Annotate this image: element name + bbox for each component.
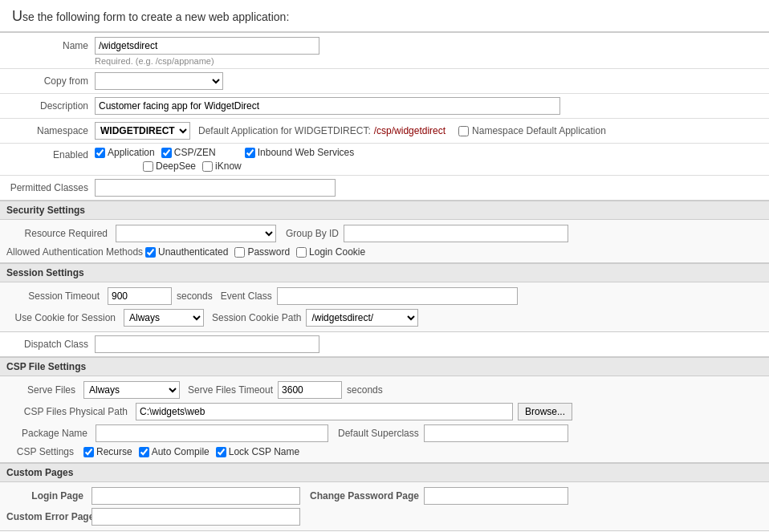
auto-compile-checkbox[interactable]: [139, 447, 149, 457]
dispatch-class-input[interactable]: [95, 335, 319, 353]
unauthenticated-label[interactable]: Unauthenticated: [145, 246, 228, 258]
copy-from-label: Copy from: [6, 75, 95, 87]
copy-from-select[interactable]: [95, 72, 223, 90]
session-settings-header: Session Settings: [0, 263, 769, 282]
resource-label: Resource Required: [6, 228, 111, 239]
lock-csp-checkbox[interactable]: [216, 447, 226, 457]
iknow-checkbox-label[interactable]: iKnow: [202, 160, 242, 172]
resource-row: Resource Required Group By ID: [6, 225, 763, 242]
security-settings-content: Resource Required Group By ID Allowed Au…: [0, 220, 769, 263]
permitted-classes-label: Permitted Classes: [6, 182, 95, 193]
csp-zen-checkbox[interactable]: [161, 148, 172, 158]
login-page-label: Login Page: [6, 490, 87, 502]
browse-button[interactable]: Browse...: [518, 403, 572, 420]
csp-file-settings-label: CSP File Settings: [6, 361, 86, 372]
resource-select[interactable]: [116, 225, 276, 242]
dispatch-class-label: Dispatch Class: [6, 339, 95, 350]
default-app-path: /csp/widgetdirect: [374, 125, 446, 136]
use-cookie-select[interactable]: Always: [124, 309, 204, 327]
custom-error-input[interactable]: [92, 508, 300, 526]
csp-zen-checkbox-label[interactable]: CSP/ZEN: [161, 147, 216, 158]
cookie-path-select[interactable]: /widgetsdirect/: [306, 309, 418, 327]
name-label: Name: [6, 37, 95, 51]
enabled-row2: DeepSee iKnow: [95, 160, 354, 172]
name-content: Required. (e.g. /csp/appname): [95, 37, 319, 66]
csp-seconds-label: seconds: [347, 384, 383, 396]
enabled-content: Application CSP/ZEN Inbound Web Services…: [95, 147, 354, 172]
name-input[interactable]: [95, 37, 319, 55]
csp-path-input[interactable]: [136, 403, 513, 420]
use-cookie-label: Use Cookie for Session: [6, 312, 119, 323]
change-password-input[interactable]: [424, 487, 568, 505]
permitted-classes-row: Permitted Classes: [0, 176, 769, 201]
permitted-classes-input[interactable]: [95, 179, 336, 197]
iknow-label: iKnow: [215, 160, 242, 172]
deepsee-label: DeepSee: [156, 160, 196, 172]
csp-settings-row: CSP Settings Recurse Auto Compile Lock C…: [6, 446, 763, 457]
ns-default-spacer: Namespace Default Application: [458, 125, 606, 136]
dispatch-class-row: Dispatch Class: [0, 332, 769, 357]
event-class-input[interactable]: [277, 287, 518, 305]
package-name-label: Package Name: [6, 428, 91, 439]
enabled-label: Enabled: [6, 147, 95, 160]
header-text: se the following form to create a new we…: [22, 10, 289, 23]
security-settings-header: Security Settings: [0, 201, 769, 220]
custom-pages-section: Custom Pages Login Page Change Password …: [0, 463, 769, 531]
session-settings-content: Session Timeout seconds Event Class Use …: [0, 282, 769, 332]
csp-file-settings-header: CSP File Settings: [0, 357, 769, 376]
iknow-checkbox[interactable]: [202, 161, 213, 172]
password-checkbox[interactable]: [234, 247, 245, 258]
recurse-label[interactable]: Recurse: [83, 446, 132, 457]
serve-files-select[interactable]: Always: [83, 381, 180, 399]
package-name-input[interactable]: [96, 424, 328, 442]
default-app-label: Default Application for WIDGETDIRECT:: [198, 125, 371, 136]
name-row: Name Required. (e.g. /csp/appname): [0, 33, 769, 69]
custom-pages-header: Custom Pages: [0, 463, 769, 482]
csp-path-label: CSP Files Physical Path: [6, 406, 131, 417]
inbound-checkbox-label[interactable]: Inbound Web Services: [245, 147, 355, 158]
unauthenticated-checkbox[interactable]: [145, 247, 156, 258]
csp-zen-label: CSP/ZEN: [174, 147, 216, 158]
login-page-input[interactable]: [92, 487, 300, 505]
auto-compile-label[interactable]: Auto Compile: [139, 446, 210, 457]
description-label: Description: [6, 100, 95, 112]
event-class-label: Event Class: [221, 290, 272, 302]
copy-from-row: Copy from: [0, 69, 769, 94]
group-by-id-input[interactable]: [344, 225, 568, 242]
page-header: Use the following form to create a new w…: [0, 0, 769, 33]
custom-pages-content: Login Page Change Password Page Custom E…: [0, 482, 769, 531]
recurse-checkbox[interactable]: [83, 447, 94, 457]
description-row: Description: [0, 94, 769, 119]
password-label[interactable]: Password: [234, 246, 290, 258]
serve-files-timeout-input[interactable]: [278, 381, 342, 399]
serve-files-timeout-label: Serve Files Timeout: [188, 384, 273, 396]
group-by-id-label: Group By ID: [286, 228, 339, 239]
application-checkbox-label[interactable]: Application: [95, 147, 155, 158]
ns-default-checkbox[interactable]: [458, 126, 469, 136]
namespace-row: Namespace WIDGETDIRECT Default Applicati…: [0, 119, 769, 144]
application-label: Application: [108, 147, 155, 158]
namespace-label: Namespace: [6, 125, 95, 136]
name-hint: Required. (e.g. /csp/appname): [95, 56, 319, 66]
auth-methods-label: Allowed Authentication Methods: [6, 246, 139, 258]
serve-files-label: Serve Files: [6, 384, 79, 396]
seconds-label: seconds: [177, 290, 213, 302]
login-cookie-label[interactable]: Login Cookie: [296, 246, 365, 258]
enabled-row: Enabled Application CSP/ZEN Inbound Web …: [0, 144, 769, 176]
session-row2: Use Cookie for Session Always Session Co…: [6, 309, 763, 327]
csp-file-settings-content: Serve Files Always Serve Files Timeout s…: [0, 376, 769, 463]
deepsee-checkbox-label[interactable]: DeepSee: [143, 160, 196, 172]
change-password-label: Change Password Page: [310, 490, 419, 502]
inbound-checkbox[interactable]: [245, 148, 255, 158]
custom-error-row: Custom Error Page: [6, 508, 763, 526]
default-superclass-input[interactable]: [424, 424, 568, 442]
namespace-select[interactable]: WIDGETDIRECT: [95, 122, 190, 140]
application-checkbox[interactable]: [95, 148, 105, 158]
custom-error-label: Custom Error Page: [6, 511, 87, 522]
lock-csp-label[interactable]: Lock CSP Name: [216, 446, 299, 457]
deepsee-checkbox[interactable]: [143, 161, 153, 172]
custom-pages-label: Custom Pages: [6, 467, 73, 478]
description-input[interactable]: [95, 97, 560, 115]
session-timeout-input[interactable]: [108, 287, 172, 305]
login-cookie-checkbox[interactable]: [296, 247, 307, 258]
